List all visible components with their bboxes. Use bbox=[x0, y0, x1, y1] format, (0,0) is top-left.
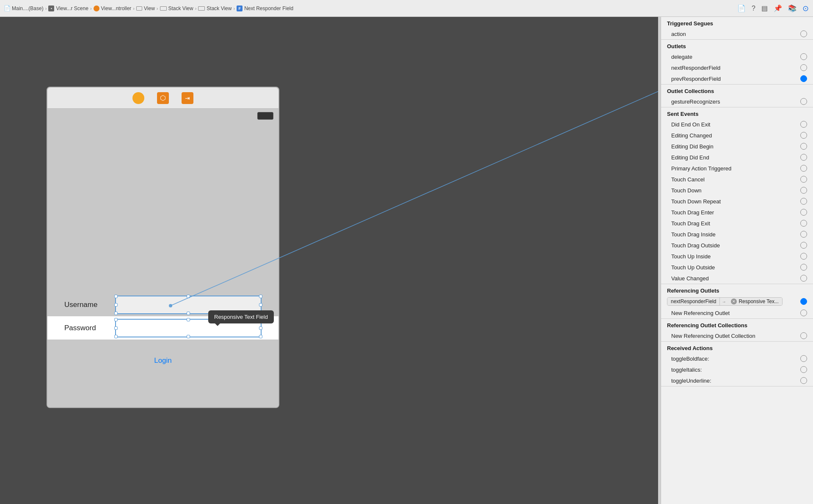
event-touch-up-outside-circle[interactable] bbox=[800, 264, 807, 271]
event-value-changed-circle[interactable] bbox=[800, 275, 807, 282]
crumb-main[interactable]: 📄 Main....(Base) bbox=[4, 5, 44, 11]
event-did-end-on-exit-label: Did End On Exit bbox=[671, 121, 711, 128]
action-toggleboldface-label: toggleBoldface: bbox=[671, 356, 709, 362]
triggered-segues-title: Triggered Segues bbox=[661, 17, 813, 28]
username-label: Username bbox=[64, 301, 107, 309]
crumb-stackview1[interactable]: Stack View bbox=[160, 5, 193, 11]
event-editing-changed-row: Editing Changed bbox=[661, 130, 813, 141]
crumb-sep-0: › bbox=[45, 6, 47, 11]
event-touch-drag-exit-label: Touch Drag Exit bbox=[671, 220, 710, 227]
event-did-end-on-exit-circle[interactable] bbox=[800, 121, 807, 128]
outlet-next-row: nextResponderField bbox=[661, 62, 813, 73]
event-editing-did-end-row: Editing Did End bbox=[661, 152, 813, 163]
new-ref-outlet-col-label: New Referencing Outlet Collection bbox=[671, 333, 755, 339]
triggered-segues-action-row: action bbox=[661, 28, 813, 39]
action-toggleitalics-row: toggleItalics: bbox=[661, 364, 813, 375]
action-toggleboldface-circle[interactable] bbox=[800, 355, 807, 362]
triggered-segues-action-label: action bbox=[671, 31, 686, 37]
crumb-viewcontroller[interactable]: View...ntroller bbox=[94, 5, 132, 11]
outlet-prev-circle[interactable] bbox=[800, 75, 807, 82]
iphone-top-bar: ⬡ ⇥ bbox=[47, 88, 278, 109]
event-touch-drag-inside-circle[interactable] bbox=[800, 231, 807, 238]
event-touch-drag-exit-row: Touch Drag Exit bbox=[661, 218, 813, 229]
action-toggleunderline-circle[interactable] bbox=[800, 377, 807, 384]
outlet-pill-x-badge[interactable]: ✕ bbox=[731, 299, 737, 304]
action-toggleboldface-row: toggleBoldface: bbox=[661, 353, 813, 364]
received-actions-title: Received Actions bbox=[661, 342, 813, 353]
crumb-sep-5: › bbox=[233, 6, 235, 11]
new-ref-outlet-row: New Referencing Outlet bbox=[661, 307, 813, 318]
ref-outlet-pill-row: nextResponderField → ✕ Responsive Tex... bbox=[661, 296, 813, 307]
event-editing-did-begin-label: Editing Did Begin bbox=[671, 143, 714, 150]
crumb-field-label: Next Responder Field bbox=[244, 5, 293, 11]
circle-arrow-toolbar-icon[interactable]: ⊙ bbox=[802, 4, 809, 13]
library-toolbar-icon[interactable]: 📚 bbox=[788, 4, 796, 12]
crumb-sep-3: › bbox=[157, 6, 158, 11]
outlet-pill-value: ✕ Responsive Tex... bbox=[728, 298, 782, 305]
tooltip-box: Responsive Text Field bbox=[208, 310, 274, 323]
event-editing-changed-circle[interactable] bbox=[800, 132, 807, 139]
crumb-scene-label: View...r Scene bbox=[56, 5, 88, 11]
event-touch-cancel-circle[interactable] bbox=[800, 176, 807, 183]
outlet-pill-value-text: Responsive Tex... bbox=[739, 299, 779, 304]
film-icon: ▪ bbox=[48, 5, 54, 11]
event-touch-drag-exit-circle[interactable] bbox=[800, 220, 807, 227]
crumb-view[interactable]: View bbox=[136, 5, 155, 11]
outlet-next-circle[interactable] bbox=[800, 64, 807, 71]
event-editing-did-end-label: Editing Did End bbox=[671, 154, 709, 161]
new-ref-outlet-col-row: New Referencing Outlet Collection bbox=[661, 330, 813, 341]
right-panel: Triggered Segues action Outlets delegate… bbox=[661, 17, 813, 504]
crumb-vc-label: View...ntroller bbox=[101, 5, 132, 11]
inspector-toolbar-icon[interactable]: ▤ bbox=[761, 4, 768, 12]
crumb-field[interactable]: F Next Responder Field bbox=[237, 5, 293, 11]
pin-toolbar-icon[interactable]: 📌 bbox=[774, 4, 782, 12]
doc-toolbar-icon[interactable]: 📄 bbox=[737, 4, 746, 12]
event-touch-down-repeat-circle[interactable] bbox=[800, 198, 807, 205]
handle-ml bbox=[114, 303, 118, 307]
outlet-delegate-row: delegate bbox=[661, 51, 813, 62]
action-toggleitalics-circle[interactable] bbox=[800, 366, 807, 373]
event-editing-did-begin-circle[interactable] bbox=[800, 143, 807, 150]
event-touch-drag-enter-circle[interactable] bbox=[800, 209, 807, 216]
sent-events-title: Sent Events bbox=[661, 107, 813, 119]
question-toolbar-icon[interactable]: ? bbox=[752, 5, 755, 12]
event-touch-drag-outside-row: Touch Drag Outside bbox=[661, 240, 813, 251]
new-ref-outlet-circle[interactable] bbox=[800, 310, 807, 316]
referencing-outlets-title: Referencing Outlets bbox=[661, 284, 813, 296]
new-ref-outlet-col-circle[interactable] bbox=[800, 332, 807, 339]
view-icon bbox=[136, 6, 142, 11]
outlets-title: Outlets bbox=[661, 40, 813, 51]
action-toggleitalics-label: toggleItalics: bbox=[671, 367, 702, 373]
event-touch-drag-outside-circle[interactable] bbox=[800, 242, 807, 249]
ref-outlet-collections-title: Referencing Outlet Collections bbox=[661, 319, 813, 330]
ref-outlet-circle[interactable] bbox=[800, 298, 807, 305]
event-touch-drag-enter-row: Touch Drag Enter bbox=[661, 207, 813, 218]
login-button[interactable]: Login bbox=[154, 356, 172, 365]
pw-handle-bl bbox=[114, 335, 118, 338]
crumb-view-label: View bbox=[144, 5, 155, 11]
breadcrumb-bar: 📄 Main....(Base) › ▪ View...r Scene › Vi… bbox=[0, 0, 813, 17]
iphone-screen: → Username bbox=[47, 109, 278, 407]
handle-tm bbox=[187, 295, 190, 298]
outlet-delegate-circle[interactable] bbox=[800, 53, 807, 60]
event-primary-action-circle[interactable] bbox=[800, 165, 807, 172]
outlet-col-gesture-row: gestureRecognizers bbox=[661, 96, 813, 107]
event-touch-down-circle[interactable] bbox=[800, 187, 807, 194]
login-button-area: Login bbox=[47, 356, 278, 365]
sent-events-section: Sent Events Did End On Exit Editing Chan… bbox=[661, 107, 813, 284]
outlet-col-gesture-circle[interactable] bbox=[800, 98, 807, 105]
breadcrumb: 📄 Main....(Base) › ▪ View...r Scene › Vi… bbox=[4, 5, 737, 11]
iphone-mockup: ⬡ ⇥ → Username bbox=[47, 87, 279, 408]
outlet-delegate-label: delegate bbox=[671, 54, 692, 60]
event-editing-did-end-circle[interactable] bbox=[800, 154, 807, 161]
event-touch-up-inside-circle[interactable] bbox=[800, 253, 807, 260]
crumb-stackview2[interactable]: Stack View bbox=[198, 5, 231, 11]
file-icon: 📄 bbox=[4, 5, 10, 11]
event-touch-down-repeat-row: Touch Down Repeat bbox=[661, 196, 813, 207]
crumb-scene[interactable]: ▪ View...r Scene bbox=[48, 5, 88, 11]
event-touch-cancel-label: Touch Cancel bbox=[671, 176, 705, 183]
outlet-pill-arrow-icon: → bbox=[720, 299, 728, 305]
triggered-segues-action-circle[interactable] bbox=[800, 30, 807, 37]
event-touch-drag-inside-label: Touch Drag Inside bbox=[671, 231, 716, 238]
outlets-section: Outlets delegate nextResponderField prev… bbox=[661, 40, 813, 85]
